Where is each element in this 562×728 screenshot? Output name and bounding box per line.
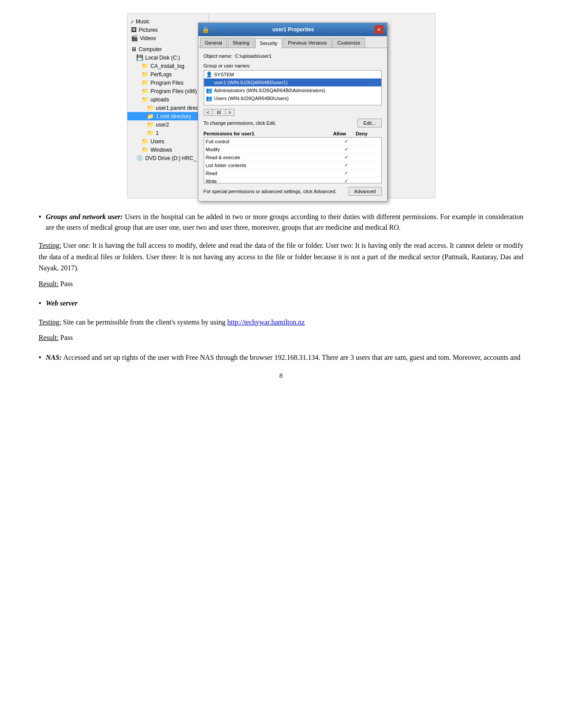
dialog-title: user1 Properties <box>212 26 375 33</box>
bullet-section-1: • Groups and network user: Users in the … <box>39 212 524 233</box>
bullet-dot: • <box>39 352 41 363</box>
sidebar-item-user1-parent[interactable]: 📁 user1 parent directory <box>127 104 208 112</box>
sidebar-item-music[interactable]: ♪ Music <box>127 17 208 26</box>
perms-label: Permissions for user1 <box>204 131 329 136</box>
sidebar-item-1[interactable]: 📁 1 <box>127 129 208 137</box>
folder-icon: 📁 <box>141 146 149 153</box>
user-user1[interactable]: 👤 user1 (WIN-9J26QAR64B0\user1) <box>204 78 381 86</box>
bullet-text-groups: Groups and network user: Users in the ho… <box>46 212 524 233</box>
sidebar-item-user2[interactable]: 📁 user2 <box>127 120 208 129</box>
user-system[interactable]: 👤 SYSTEM <box>204 71 381 78</box>
sidebar-item-perflogs[interactable]: 📁 PerfLogs <box>127 70 208 78</box>
folder-icon: 📁 <box>141 63 149 69</box>
perm-read: Read ✓ <box>204 169 381 177</box>
pictures-icon: 🖼 <box>131 26 137 33</box>
tab-sharing[interactable]: Sharing <box>228 38 254 48</box>
perm-check-allow: ✓ <box>335 178 357 183</box>
bullet-section-2: • Web server <box>39 298 524 309</box>
bullet-dot: • <box>39 298 41 309</box>
perm-check-allow: ✓ <box>335 170 357 176</box>
group-icon: 👥 <box>206 95 212 101</box>
change-perms-row: To change permissions, click Edit. Edit.… <box>204 119 382 127</box>
list-nav-row: < III > <box>204 109 382 116</box>
sidebar-item-users[interactable]: 📁 Users <box>127 137 208 146</box>
explorer-sidebar: ♪ Music 🖼 Pictures 🎬 Videos 🖥 Computer 💾 <box>127 14 209 198</box>
bullet-item-groups: • Groups and network user: Users in the … <box>39 212 524 233</box>
user-administrators[interactable]: 👥 Administrators (WIN-9J26QAR64B0\Admini… <box>204 86 381 94</box>
dialog-titlebar: 🔒 user1 Properties ✕ <box>198 23 387 36</box>
perms-list: Full control ✓ Modify ✓ Read & execute ✓ <box>204 137 382 183</box>
folder-icon: 📁 <box>147 121 154 128</box>
change-perms-label: To change permissions, click Edit. <box>204 120 276 126</box>
sidebar-item-dvd-drive[interactable]: 💿 DVD Drive (D:) HRC_ <box>127 154 208 162</box>
close-button[interactable]: ✕ <box>375 25 383 34</box>
folder-icon: 📁 <box>141 96 149 103</box>
dvd-icon: 💿 <box>136 155 143 161</box>
testing-para-2: Testing: Site can be permissible from th… <box>39 317 524 328</box>
group-users-label: Group or user names: <box>204 63 382 68</box>
perm-check-allow: ✓ <box>335 154 357 160</box>
scroll-right-button[interactable]: > <box>225 109 234 116</box>
result-label-1: Result: <box>39 280 59 287</box>
dialog-body: Object name: C:\uploads\user1 Group or u… <box>198 48 387 201</box>
group-icon: 👥 <box>206 87 212 93</box>
properties-dialog: 🔒 user1 Properties ✕ General Sharing Sec… <box>198 22 387 202</box>
perms-deny-header: Deny <box>351 131 373 136</box>
scroll-indicator: III <box>212 109 225 116</box>
bullet-text-webserver: Web server <box>46 298 78 309</box>
tab-previous-versions[interactable]: Previous Versions <box>283 38 331 48</box>
tab-security[interactable]: Security <box>255 38 283 48</box>
object-name-label: Object name: <box>204 53 232 59</box>
sidebar-item-program-files-x86[interactable]: 📁 Program Files (x86) <box>127 87 208 95</box>
list-nav: < III > <box>204 109 234 116</box>
testing-para-1: Testing: User one: It is having the full… <box>39 240 524 274</box>
perm-modify: Modify ✓ <box>204 146 381 153</box>
result-line-1: Result: Pass <box>39 278 524 290</box>
folder-icon: 📁 <box>141 88 149 94</box>
tab-general[interactable]: General <box>200 38 227 48</box>
bullet-item-nas: • NAS: Accessed and set up rights of the… <box>39 352 524 363</box>
properties-icon: 🔒 <box>202 26 209 33</box>
sidebar-item-videos[interactable]: 🎬 Videos <box>127 34 208 42</box>
folder-icon: 📁 <box>147 130 154 136</box>
testing-label-2: Testing: <box>39 318 61 326</box>
advanced-row: For special permissions or advanced sett… <box>204 187 382 196</box>
perm-write: Write ✓ <box>204 177 381 183</box>
advanced-text: For special permissions or advanced sett… <box>204 189 349 194</box>
user-icon: 👤 <box>206 79 212 86</box>
sidebar-item-computer[interactable]: 🖥 Computer <box>127 45 208 53</box>
edit-button[interactable]: Edit... <box>357 119 381 127</box>
tab-customize[interactable]: Customize <box>332 38 365 48</box>
perms-allow-header: Allow <box>329 131 351 136</box>
computer-icon: 🖥 <box>131 46 137 52</box>
perm-check-allow: ✓ <box>335 162 357 168</box>
bullet-text-nas: NAS: Accessed and set up rights of the u… <box>46 352 521 363</box>
sidebar-item-ca-install[interactable]: 📁 CA_install_log <box>127 62 208 70</box>
page-number: 8 <box>39 372 524 380</box>
result-label-2: Result: <box>39 334 59 341</box>
scroll-left-button[interactable]: < <box>204 109 212 116</box>
bullet-item-webserver: • Web server <box>39 298 524 309</box>
folder-icon: 📁 <box>141 138 149 145</box>
screenshot-container: ♪ Music 🖼 Pictures 🎬 Videos 🖥 Computer 💾 <box>39 13 524 198</box>
disk-icon: 💾 <box>136 54 143 61</box>
videos-icon: 🎬 <box>131 35 138 41</box>
sidebar-item-program-files[interactable]: 📁 Program Files <box>127 78 208 87</box>
folder-icon: 📁 <box>141 79 149 86</box>
result-line-2: Result: Pass <box>39 332 524 343</box>
advanced-button[interactable]: Advanced <box>349 187 382 196</box>
web-server-link[interactable]: http://techywar.hamilton.nz <box>227 318 305 326</box>
user-users[interactable]: 👥 Users (WIN-9J26QAR64B0\Users) <box>204 94 381 102</box>
perm-read-execute: Read & execute ✓ <box>204 153 381 161</box>
sidebar-item-local-disk[interactable]: 💾 Local Disk (C:) <box>127 53 208 62</box>
sidebar-item-root-directory[interactable]: 📁 1 root directory <box>127 112 208 120</box>
sidebar-item-windows[interactable]: 📁 Windows <box>127 146 208 154</box>
sidebar-item-uploads[interactable]: 📁 uploads <box>127 95 208 104</box>
perm-list-folder: List folder contents ✓ <box>204 161 381 169</box>
screenshot-box: ♪ Music 🖼 Pictures 🎬 Videos 🖥 Computer 💾 <box>127 13 435 198</box>
users-list[interactable]: 👤 SYSTEM 👤 user1 (WIN-9J26QAR64B0\user1)… <box>204 70 382 105</box>
bullet-dot: • <box>39 212 41 223</box>
sidebar-item-pictures[interactable]: 🖼 Pictures <box>127 26 208 34</box>
object-name-row: Object name: C:\uploads\user1 <box>204 53 382 59</box>
perm-check-allow: ✓ <box>335 138 357 144</box>
